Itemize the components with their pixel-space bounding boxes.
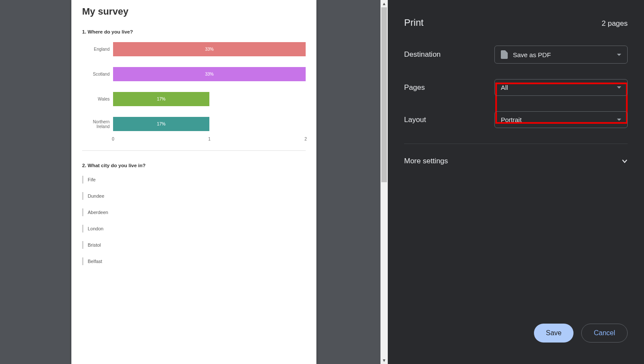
more-settings-toggle[interactable]: More settings (404, 157, 628, 165)
destination-row: Destination Save as PDF (404, 46, 628, 64)
answer-item: London (82, 225, 306, 232)
more-settings-label: More settings (404, 157, 448, 165)
answer-item: Dundee (82, 192, 306, 200)
destination-select[interactable]: Save as PDF (494, 46, 628, 64)
axis-tick: 1 (208, 137, 211, 141)
bar-track: 33% (113, 42, 306, 56)
scroll-track[interactable] (380, 7, 388, 357)
bar-track: 17% (113, 92, 306, 106)
chevron-down-icon (622, 158, 628, 164)
bar-category-label: England (82, 47, 113, 52)
bar-category-label: Northern Ireland (82, 119, 113, 129)
preview-scrollbar[interactable]: ▲ ▼ (380, 0, 388, 364)
bar-row: Wales17% (82, 92, 306, 106)
panel-footer: Save Cancel (404, 324, 628, 355)
answer-item: Bristol (82, 241, 306, 249)
question-divider (82, 150, 306, 151)
pages-label: Pages (404, 83, 494, 92)
scroll-thumb[interactable] (381, 7, 387, 182)
question-1-chart: England33%Scotland33%Wales17%Northern Ir… (82, 42, 306, 131)
bar-track: 17% (113, 117, 306, 131)
print-settings-panel: Print 2 pages Destination Save as PDF Pa… (388, 0, 644, 364)
chevron-down-icon (617, 119, 621, 121)
cancel-button[interactable]: Cancel (581, 324, 628, 343)
print-preview-area: My survey 1. Where do you live? England3… (0, 0, 388, 364)
bar-row: Scotland33% (82, 67, 306, 81)
layout-value: Portrait (501, 116, 521, 123)
destination-label: Destination (404, 50, 494, 59)
bar: 33% (113, 42, 306, 56)
destination-value: Save as PDF (513, 51, 551, 58)
bar-category-label: Wales (82, 97, 113, 101)
answer-item: Belfast (82, 257, 306, 265)
bar: 33% (113, 67, 306, 81)
pages-value: All (501, 84, 508, 91)
survey-title: My survey (82, 6, 306, 17)
settings-divider (404, 144, 628, 144)
bar-row: Northern Ireland17% (82, 117, 306, 131)
pages-row: Pages All (404, 79, 628, 96)
bar-track: 33% (113, 67, 306, 81)
layout-row: Layout Portrait (404, 111, 628, 128)
panel-body: Destination Save as PDF Pages All Layout… (404, 46, 628, 165)
bar-row: England33% (82, 42, 306, 56)
scroll-up-button[interactable]: ▲ (380, 0, 388, 7)
chart-x-axis: 012 (113, 137, 306, 143)
bar: 17% (113, 92, 209, 106)
question-1-heading: 1. Where do you live? (82, 29, 306, 34)
layout-label: Layout (404, 116, 494, 124)
panel-header: Print 2 pages (404, 17, 628, 28)
pages-select[interactable]: All (494, 79, 628, 96)
preview-page: My survey 1. Where do you live? England3… (71, 0, 316, 364)
answer-item: Fife (82, 176, 306, 184)
page-count: 2 pages (602, 19, 628, 28)
chevron-down-icon (617, 86, 621, 89)
axis-tick: 0 (112, 137, 114, 141)
file-icon (501, 50, 508, 59)
answer-item: Aberdeen (82, 208, 306, 216)
panel-title: Print (404, 17, 423, 28)
save-button[interactable]: Save (534, 324, 573, 343)
layout-select[interactable]: Portrait (494, 111, 628, 128)
question-2-answers: FifeDundeeAberdeenLondonBristolBelfast (82, 176, 306, 265)
bar: 17% (113, 117, 209, 131)
scroll-down-button[interactable]: ▼ (380, 357, 388, 364)
question-2-heading: 2. What city do you live in? (82, 163, 306, 168)
chevron-down-icon (617, 54, 621, 56)
bar-category-label: Scotland (82, 72, 113, 76)
axis-tick: 2 (304, 137, 307, 141)
